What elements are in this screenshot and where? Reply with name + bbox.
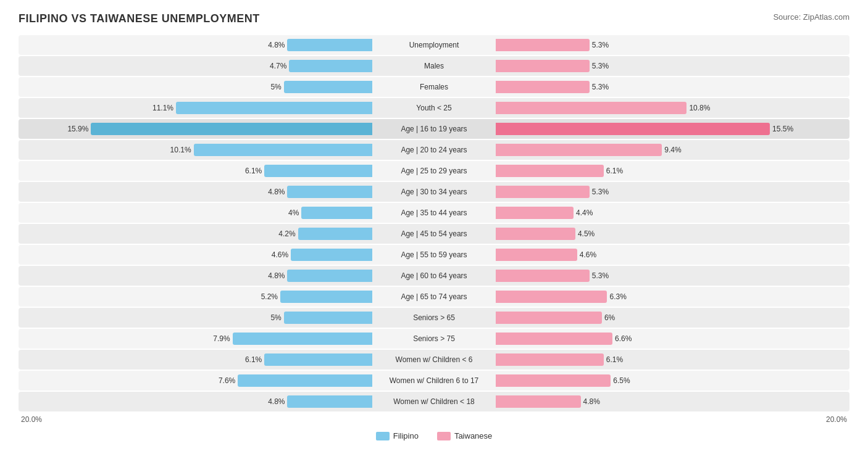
chart-title: FILIPINO VS TAIWANESE UNEMPLOYMENT (19, 12, 260, 25)
value-left: 4.8% (268, 188, 285, 196)
bar-left (264, 165, 372, 177)
bar-left (264, 353, 372, 366)
bar-right (496, 186, 590, 198)
chart-container: FILIPINO VS TAIWANESE UNEMPLOYMENT Sourc… (0, 0, 868, 465)
bar-left (287, 395, 372, 408)
row-label: Women w/ Children 6 to 17 (372, 371, 496, 391)
left-zone: 4.8% (19, 392, 372, 411)
row-label: Age | 60 to 64 years (372, 266, 496, 286)
bar-right (496, 312, 602, 324)
bar-row: 4.8%Age | 30 to 34 years5.3% (19, 182, 849, 202)
left-zone: 5.2% (19, 287, 372, 307)
bar-right (496, 353, 604, 366)
bar-right (496, 270, 590, 282)
right-zone: 4.6% (496, 245, 849, 265)
value-right: 5.3% (592, 41, 609, 49)
bar-left (287, 39, 372, 51)
bar-row: 5%Seniors > 656% (19, 308, 849, 328)
bar-right (496, 81, 590, 93)
row-label: Youth < 25 (372, 98, 496, 118)
value-left: 7.9% (213, 334, 230, 343)
value-left: 6.1% (245, 355, 262, 364)
bar-row: 7.9%Seniors > 756.6% (19, 329, 849, 349)
value-left: 10.1% (170, 146, 191, 154)
value-right: 6.6% (615, 334, 632, 343)
row-label: Women w/ Children < 6 (372, 350, 496, 370)
right-zone: 9.4% (496, 140, 849, 160)
bar-right (496, 207, 574, 219)
right-zone: 6.6% (496, 329, 849, 349)
right-zone: 6.3% (496, 287, 849, 307)
right-zone: 6.1% (496, 161, 849, 181)
right-zone: 6% (496, 308, 849, 328)
right-zone: 4.8% (496, 392, 849, 411)
axis-right: 20.0% (826, 415, 847, 424)
bar-row: 4.8%Age | 60 to 64 years5.3% (19, 266, 849, 286)
bar-right (496, 60, 590, 72)
bar-row: 4.7%Males5.3% (19, 56, 849, 76)
right-zone: 5.3% (496, 266, 849, 286)
row-label: Seniors > 65 (372, 308, 496, 328)
row-label: Females (372, 77, 496, 97)
left-zone: 5% (19, 308, 372, 328)
row-label: Unemployment (372, 35, 496, 55)
right-zone: 4.4% (496, 203, 849, 223)
row-label: Age | 35 to 44 years (372, 203, 496, 223)
bar-left (287, 186, 372, 198)
bar-row: 10.1%Age | 20 to 24 years9.4% (19, 140, 849, 160)
bar-row: 4.2%Age | 45 to 54 years4.5% (19, 224, 849, 244)
value-left: 4.8% (268, 41, 285, 49)
bar-right (496, 144, 662, 156)
bar-row: 7.6%Women w/ Children 6 to 176.5% (19, 371, 849, 391)
bar-right (496, 374, 611, 387)
value-left: 5.2% (261, 292, 278, 301)
value-left: 4.6% (272, 250, 288, 259)
right-zone: 5.3% (496, 182, 849, 202)
left-zone: 7.9% (19, 329, 372, 349)
value-right: 4.8% (583, 397, 600, 406)
right-zone: 6.5% (496, 371, 849, 391)
legend-taiwanese-label: Taiwanese (454, 431, 492, 440)
right-zone: 5.3% (496, 77, 849, 97)
row-label: Age | 30 to 34 years (372, 182, 496, 202)
value-left: 4.8% (268, 271, 285, 280)
legend: Filipino Taiwanese (19, 431, 849, 440)
value-right: 6% (604, 313, 615, 322)
value-right: 15.5% (772, 125, 793, 133)
left-zone: 7.6% (19, 371, 372, 391)
left-zone: 5% (19, 77, 372, 97)
value-right: 6.1% (606, 167, 623, 175)
row-label: Age | 65 to 74 years (372, 287, 496, 307)
chart-body: 4.8%Unemployment5.3%4.7%Males5.3%5%Femal… (19, 35, 849, 411)
value-right: 9.4% (664, 146, 681, 154)
bar-left (284, 312, 372, 324)
left-zone: 6.1% (19, 350, 372, 370)
bar-left (194, 144, 372, 156)
chart-source: Source: ZipAtlas.com (773, 12, 849, 22)
row-label: Age | 45 to 54 years (372, 224, 496, 244)
right-zone: 15.5% (496, 119, 849, 139)
bar-left (91, 123, 372, 135)
value-left: 6.1% (245, 167, 262, 175)
row-label: Age | 25 to 29 years (372, 161, 496, 181)
value-left: 15.9% (67, 125, 88, 133)
left-zone: 15.9% (19, 119, 372, 139)
value-right: 5.3% (592, 83, 609, 91)
bar-left (301, 207, 372, 219)
value-right: 4.4% (576, 209, 593, 217)
right-zone: 6.1% (496, 350, 849, 370)
legend-taiwanese: Taiwanese (437, 431, 492, 440)
bar-row: 4.8%Women w/ Children < 184.8% (19, 392, 849, 411)
left-zone: 6.1% (19, 161, 372, 181)
bar-right (496, 249, 577, 261)
value-right: 5.3% (592, 188, 609, 196)
bar-row: 5.2%Age | 65 to 74 years6.3% (19, 287, 849, 307)
bar-row: 4.6%Age | 55 to 59 years4.6% (19, 245, 849, 265)
legend-filipino-box (376, 432, 390, 440)
right-zone: 5.3% (496, 35, 849, 55)
left-zone: 10.1% (19, 140, 372, 160)
bar-right (496, 228, 575, 240)
value-right: 6.5% (613, 376, 630, 385)
bar-row: 11.1%Youth < 2510.8% (19, 98, 849, 118)
value-left: 5% (270, 83, 281, 91)
